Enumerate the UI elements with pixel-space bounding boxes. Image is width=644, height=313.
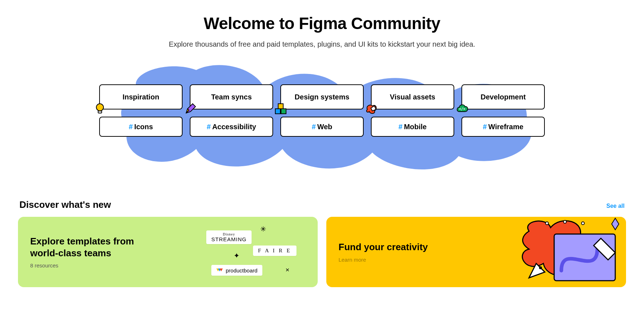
tag-icons[interactable]: #Icons	[99, 117, 183, 137]
svg-rect-4	[278, 104, 283, 109]
tag-accessibility[interactable]: #Accessibility	[190, 117, 273, 137]
page-subtitle: Explore thousands of free and paid templ…	[18, 40, 626, 48]
productboard-icon	[216, 267, 223, 274]
tag-web[interactable]: #Web	[280, 117, 364, 137]
svg-text:</>: </>	[459, 107, 465, 111]
svg-point-16	[564, 220, 566, 223]
tag-label: Icons	[134, 123, 153, 131]
svg-point-15	[546, 222, 548, 225]
section-heading: Discover what's new	[19, 199, 111, 210]
svg-rect-5	[275, 109, 280, 114]
lightbulb-icon	[93, 102, 106, 115]
card-explore-templates[interactable]: Explore templates from world-class teams…	[18, 217, 318, 287]
category-visual-assets[interactable]: Visual assets	[371, 84, 454, 109]
logo-disney-streaming: Disney STREAMING	[206, 230, 252, 244]
category-design-systems[interactable]: Design systems	[280, 84, 364, 109]
tag-label: Accessibility	[212, 123, 256, 131]
svg-rect-6	[281, 109, 286, 114]
hash-icon: #	[312, 123, 316, 131]
hash-icon: #	[399, 123, 402, 131]
category-row: Inspiration Team syncs Design systems Vi…	[99, 84, 545, 109]
blocks-icon	[275, 102, 288, 115]
logo-faire: F A I R E	[253, 246, 296, 256]
svg-point-17	[581, 222, 584, 225]
svg-point-13	[539, 266, 542, 269]
hash-icon: #	[207, 123, 211, 131]
category-label: Team syncs	[211, 93, 252, 101]
pencil-icon	[184, 102, 197, 115]
category-label: Design systems	[295, 93, 349, 101]
creativity-art	[507, 217, 626, 287]
tag-label: Web	[317, 123, 332, 131]
category-label: Inspiration	[123, 93, 159, 101]
category-label: Development	[480, 93, 526, 101]
hash-icon: #	[483, 123, 487, 131]
tag-row: #Icons #Accessibility #Web #Mobile #Wire…	[99, 117, 545, 137]
svg-rect-1	[98, 111, 102, 113]
svg-marker-14	[612, 218, 619, 230]
tag-mobile[interactable]: #Mobile	[371, 117, 454, 137]
logo-cloud: ✳ Disney STREAMING ✦ F A I R E productbo…	[203, 217, 310, 287]
card-fund-creativity[interactable]: Fund your creativity Learn more	[326, 217, 626, 287]
tag-label: Wireframe	[488, 123, 524, 131]
hash-icon: #	[129, 123, 133, 131]
sparkle-icon: ✳	[260, 225, 266, 233]
svg-point-0	[96, 104, 104, 111]
code-cloud-icon: </>	[456, 102, 469, 115]
tag-label: Mobile	[404, 123, 427, 131]
tag-wireframe[interactable]: #Wireframe	[461, 117, 545, 137]
page-title: Welcome to Figma Community	[18, 14, 626, 33]
hero-blob-background: Inspiration Team syncs Design systems Vi…	[96, 59, 548, 178]
see-all-link[interactable]: See all	[606, 203, 625, 209]
pen-blob-icon	[365, 102, 378, 115]
category-inspiration[interactable]: Inspiration	[99, 84, 183, 109]
sparkle-icon: ✦	[234, 251, 240, 260]
logo-productboard: productboard	[211, 265, 262, 276]
sparkle-icon: ✕	[285, 267, 290, 273]
category-development[interactable]: Development </>	[461, 84, 545, 109]
category-label: Visual assets	[390, 93, 435, 101]
category-team-syncs[interactable]: Team syncs	[190, 84, 273, 109]
